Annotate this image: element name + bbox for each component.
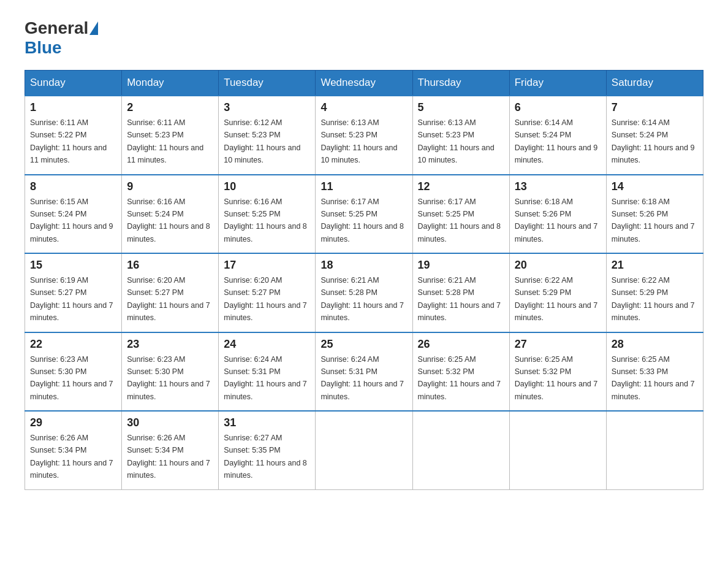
day-info: Sunrise: 6:13 AMSunset: 5:23 PMDaylight:… bbox=[320, 118, 397, 164]
day-cell-23: 23 Sunrise: 6:23 AMSunset: 5:30 PMDaylig… bbox=[122, 332, 219, 412]
week-row-4: 22 Sunrise: 6:23 AMSunset: 5:30 PMDaylig… bbox=[25, 332, 703, 412]
day-cell-17: 17 Sunrise: 6:20 AMSunset: 5:27 PMDaylig… bbox=[219, 253, 316, 332]
day-cell-5: 5 Sunrise: 6:13 AMSunset: 5:23 PMDayligh… bbox=[412, 96, 509, 175]
day-number: 19 bbox=[418, 259, 504, 272]
day-cell-14: 14 Sunrise: 6:18 AMSunset: 5:26 PMDaylig… bbox=[606, 175, 703, 254]
day-number: 31 bbox=[224, 416, 310, 429]
day-cell-30: 30 Sunrise: 6:26 AMSunset: 5:34 PMDaylig… bbox=[122, 411, 219, 489]
day-info: Sunrise: 6:24 AMSunset: 5:31 PMDaylight:… bbox=[320, 355, 404, 401]
day-number: 14 bbox=[612, 180, 698, 193]
day-cell-8: 8 Sunrise: 6:15 AMSunset: 5:24 PMDayligh… bbox=[25, 175, 122, 254]
day-info: Sunrise: 6:11 AMSunset: 5:23 PMDaylight:… bbox=[127, 118, 203, 164]
day-number: 12 bbox=[418, 180, 504, 193]
day-number: 3 bbox=[224, 101, 310, 114]
day-cell-1: 1 Sunrise: 6:11 AMSunset: 5:22 PMDayligh… bbox=[25, 96, 122, 175]
day-info: Sunrise: 6:27 AMSunset: 5:35 PMDaylight:… bbox=[224, 434, 307, 480]
day-info: Sunrise: 6:15 AMSunset: 5:24 PMDaylight:… bbox=[30, 197, 113, 243]
day-cell-3: 3 Sunrise: 6:12 AMSunset: 5:23 PMDayligh… bbox=[219, 96, 316, 175]
day-cell-4: 4 Sunrise: 6:13 AMSunset: 5:23 PMDayligh… bbox=[316, 96, 412, 175]
day-cell-22: 22 Sunrise: 6:23 AMSunset: 5:30 PMDaylig… bbox=[25, 332, 122, 412]
day-cell-29: 29 Sunrise: 6:26 AMSunset: 5:34 PMDaylig… bbox=[25, 411, 122, 489]
day-cell-27: 27 Sunrise: 6:25 AMSunset: 5:32 PMDaylig… bbox=[509, 332, 606, 412]
day-info: Sunrise: 6:23 AMSunset: 5:30 PMDaylight:… bbox=[127, 355, 210, 401]
day-cell-18: 18 Sunrise: 6:21 AMSunset: 5:28 PMDaylig… bbox=[316, 253, 412, 332]
week-row-2: 8 Sunrise: 6:15 AMSunset: 5:24 PMDayligh… bbox=[25, 175, 703, 254]
day-number: 4 bbox=[320, 101, 407, 114]
day-info: Sunrise: 6:14 AMSunset: 5:24 PMDaylight:… bbox=[612, 118, 695, 164]
day-info: Sunrise: 6:21 AMSunset: 5:28 PMDaylight:… bbox=[320, 276, 404, 322]
logo-blue-text: Blue bbox=[25, 38, 62, 58]
day-number: 8 bbox=[30, 180, 116, 193]
page-header: General Blue bbox=[25, 18, 703, 58]
day-info: Sunrise: 6:13 AMSunset: 5:23 PMDaylight:… bbox=[418, 118, 495, 164]
day-cell-2: 2 Sunrise: 6:11 AMSunset: 5:23 PMDayligh… bbox=[122, 96, 219, 175]
day-cell-7: 7 Sunrise: 6:14 AMSunset: 5:24 PMDayligh… bbox=[606, 96, 703, 175]
logo: General Blue bbox=[25, 18, 99, 58]
day-info: Sunrise: 6:24 AMSunset: 5:31 PMDaylight:… bbox=[224, 355, 307, 401]
logo-triangle-icon bbox=[89, 21, 98, 35]
logo-general-text: General bbox=[25, 18, 88, 38]
day-info: Sunrise: 6:20 AMSunset: 5:27 PMDaylight:… bbox=[127, 276, 210, 322]
day-number: 27 bbox=[515, 338, 601, 351]
day-number: 21 bbox=[612, 259, 698, 272]
day-info: Sunrise: 6:16 AMSunset: 5:24 PMDaylight:… bbox=[127, 197, 210, 243]
day-cell-28: 28 Sunrise: 6:25 AMSunset: 5:33 PMDaylig… bbox=[606, 332, 703, 412]
day-number: 15 bbox=[30, 259, 116, 272]
day-cell-12: 12 Sunrise: 6:17 AMSunset: 5:25 PMDaylig… bbox=[412, 175, 509, 254]
day-info: Sunrise: 6:25 AMSunset: 5:32 PMDaylight:… bbox=[418, 355, 501, 401]
day-cell-16: 16 Sunrise: 6:20 AMSunset: 5:27 PMDaylig… bbox=[122, 253, 219, 332]
day-cell-6: 6 Sunrise: 6:14 AMSunset: 5:24 PMDayligh… bbox=[509, 96, 606, 175]
day-cell-20: 20 Sunrise: 6:22 AMSunset: 5:29 PMDaylig… bbox=[509, 253, 606, 332]
week-row-3: 15 Sunrise: 6:19 AMSunset: 5:27 PMDaylig… bbox=[25, 253, 703, 332]
day-header-thursday: Thursday bbox=[412, 71, 509, 96]
day-info: Sunrise: 6:22 AMSunset: 5:29 PMDaylight:… bbox=[515, 276, 598, 322]
day-number: 29 bbox=[30, 416, 116, 429]
day-number: 20 bbox=[515, 259, 601, 272]
day-cell-10: 10 Sunrise: 6:16 AMSunset: 5:25 PMDaylig… bbox=[219, 175, 316, 254]
day-number: 11 bbox=[320, 180, 407, 193]
day-number: 6 bbox=[515, 101, 601, 114]
day-number: 13 bbox=[515, 180, 601, 193]
day-cell-21: 21 Sunrise: 6:22 AMSunset: 5:29 PMDaylig… bbox=[606, 253, 703, 332]
day-info: Sunrise: 6:14 AMSunset: 5:24 PMDaylight:… bbox=[515, 118, 598, 164]
empty-cell bbox=[606, 411, 703, 489]
day-number: 28 bbox=[612, 338, 698, 351]
day-info: Sunrise: 6:25 AMSunset: 5:32 PMDaylight:… bbox=[515, 355, 598, 401]
day-info: Sunrise: 6:26 AMSunset: 5:34 PMDaylight:… bbox=[30, 434, 113, 480]
day-number: 10 bbox=[224, 180, 310, 193]
day-number: 25 bbox=[320, 338, 407, 351]
day-info: Sunrise: 6:19 AMSunset: 5:27 PMDaylight:… bbox=[30, 276, 113, 322]
day-cell-26: 26 Sunrise: 6:25 AMSunset: 5:32 PMDaylig… bbox=[412, 332, 509, 412]
day-header-friday: Friday bbox=[509, 71, 606, 96]
day-number: 26 bbox=[418, 338, 504, 351]
day-cell-15: 15 Sunrise: 6:19 AMSunset: 5:27 PMDaylig… bbox=[25, 253, 122, 332]
day-cell-24: 24 Sunrise: 6:24 AMSunset: 5:31 PMDaylig… bbox=[219, 332, 316, 412]
week-row-1: 1 Sunrise: 6:11 AMSunset: 5:22 PMDayligh… bbox=[25, 96, 703, 175]
day-cell-25: 25 Sunrise: 6:24 AMSunset: 5:31 PMDaylig… bbox=[316, 332, 412, 412]
day-cell-31: 31 Sunrise: 6:27 AMSunset: 5:35 PMDaylig… bbox=[219, 411, 316, 489]
day-info: Sunrise: 6:20 AMSunset: 5:27 PMDaylight:… bbox=[224, 276, 307, 322]
day-number: 17 bbox=[224, 259, 310, 272]
empty-cell bbox=[509, 411, 606, 489]
day-header-wednesday: Wednesday bbox=[316, 71, 412, 96]
calendar-table: SundayMondayTuesdayWednesdayThursdayFrid… bbox=[25, 70, 703, 490]
day-number: 9 bbox=[127, 180, 213, 193]
day-cell-19: 19 Sunrise: 6:21 AMSunset: 5:28 PMDaylig… bbox=[412, 253, 509, 332]
day-number: 18 bbox=[320, 259, 407, 272]
calendar-header-row: SundayMondayTuesdayWednesdayThursdayFrid… bbox=[25, 71, 703, 96]
day-info: Sunrise: 6:12 AMSunset: 5:23 PMDaylight:… bbox=[224, 118, 300, 164]
day-number: 16 bbox=[127, 259, 213, 272]
day-cell-9: 9 Sunrise: 6:16 AMSunset: 5:24 PMDayligh… bbox=[122, 175, 219, 254]
day-header-tuesday: Tuesday bbox=[219, 71, 316, 96]
day-header-saturday: Saturday bbox=[606, 71, 703, 96]
empty-cell bbox=[412, 411, 509, 489]
day-info: Sunrise: 6:17 AMSunset: 5:25 PMDaylight:… bbox=[320, 197, 404, 243]
day-number: 1 bbox=[30, 101, 116, 114]
day-info: Sunrise: 6:25 AMSunset: 5:33 PMDaylight:… bbox=[612, 355, 695, 401]
day-info: Sunrise: 6:21 AMSunset: 5:28 PMDaylight:… bbox=[418, 276, 501, 322]
empty-cell bbox=[316, 411, 412, 489]
day-info: Sunrise: 6:18 AMSunset: 5:26 PMDaylight:… bbox=[612, 197, 695, 243]
day-header-monday: Monday bbox=[122, 71, 219, 96]
day-number: 7 bbox=[612, 101, 698, 114]
day-number: 30 bbox=[127, 416, 213, 429]
